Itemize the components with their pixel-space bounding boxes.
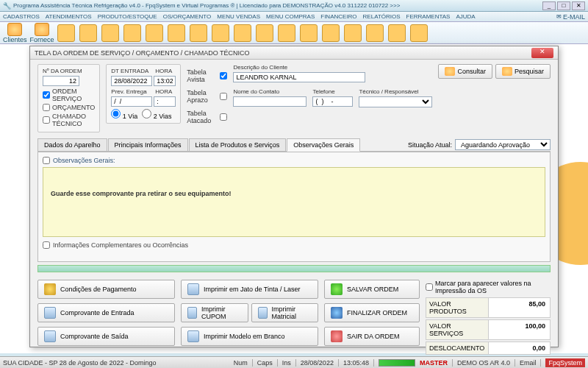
hora-label: HORA: [155, 68, 172, 74]
dialog-title: TELA DA ORDEM DE SERVIÇO / ORÇAMENTO / C…: [35, 49, 531, 57]
menu-cadastros[interactable]: CADASTROS: [3, 13, 40, 20]
order-num-input[interactable]: [43, 76, 79, 86]
btn-cupom[interactable]: Imprimir CUPOM: [181, 303, 248, 322]
tb-fornece[interactable]: Fornece: [30, 23, 54, 43]
dt-entrada-input[interactable]: [111, 76, 152, 86]
prev-label: Prev. Entrega: [111, 88, 152, 95]
btn-matricial[interactable]: Imprimir Matricial: [251, 303, 319, 322]
email-button[interactable]: ✉ E-MAIL: [556, 13, 585, 21]
sb-user: MASTER: [420, 359, 448, 367]
search-icon: [445, 67, 455, 76]
radio-1via[interactable]: [111, 109, 121, 118]
chk-compl[interactable]: [43, 241, 50, 249]
tab-lista[interactable]: Lista de Produtos e Serviços: [189, 138, 287, 151]
tb-clientes[interactable]: Clientes: [3, 23, 27, 43]
consultar-button[interactable]: Consultar: [438, 64, 492, 79]
minimize-button[interactable]: _: [542, 1, 556, 10]
teal-bar: [37, 265, 551, 272]
tb-icon[interactable]: [57, 24, 75, 42]
receipt-icon: [187, 307, 197, 319]
menu-os[interactable]: OS/ORÇAMENTO: [163, 13, 212, 20]
tab-dados[interactable]: Dados do Aparelho: [37, 138, 107, 151]
sb-email[interactable]: Email: [520, 359, 537, 367]
val-serv: 100,00: [489, 320, 550, 339]
blank-icon: [187, 330, 199, 342]
app-icon: 🔧: [3, 2, 10, 10]
tab-info[interactable]: Principais Informações: [108, 138, 188, 151]
tb-icon[interactable]: [212, 24, 229, 42]
tb-icon[interactable]: [366, 24, 384, 42]
menu-atendimentos[interactable]: ATENDIMENTOS: [46, 13, 92, 20]
tb-icon[interactable]: [168, 24, 185, 42]
chk-marcar[interactable]: [426, 283, 433, 291]
menu-produto[interactable]: PRODUTO/ESTOQUE: [98, 13, 157, 20]
tb-icon[interactable]: [123, 24, 141, 42]
chk-aprazo[interactable]: [220, 93, 227, 100]
menu-financeiro[interactable]: FINANCEIRO: [320, 13, 356, 20]
lbl-matricial: Imprimir Matricial: [272, 305, 312, 320]
sb-caps: Caps: [257, 359, 273, 367]
close-button[interactable]: ✕: [572, 1, 585, 10]
situacao-label: Situação Atual:: [408, 141, 452, 149]
lbl-cond: Condições de Pagamento: [60, 286, 137, 293]
pesquisar-label: Pesquisar: [514, 68, 544, 75]
prev-time-input[interactable]: [154, 96, 176, 107]
obs-textarea[interactable]: Guarde esse comprovante pra retirar o se…: [43, 167, 545, 237]
btn-sair[interactable]: SAIR DA ORDEM: [324, 327, 420, 346]
tab-obs[interactable]: Observações Gerais: [287, 138, 360, 152]
tecnico-select[interactable]: [359, 96, 432, 107]
btn-branco[interactable]: Imprimir Modelo em Branco: [181, 327, 318, 346]
order-num-label: Nº DA ORDEM: [43, 68, 95, 74]
tb-icon[interactable]: [101, 24, 119, 42]
tb-icon[interactable]: [278, 24, 295, 42]
toolbar: Clientes Fornece: [0, 22, 588, 44]
radio-2vias[interactable]: [142, 109, 151, 118]
chk-atacado[interactable]: [220, 113, 227, 121]
lbl-avista: Tabela Avista: [187, 68, 218, 83]
tb-icon[interactable]: [79, 24, 97, 42]
lbl-prod: VALOR PRODUTOS: [426, 298, 489, 317]
tb-icon[interactable]: [410, 24, 428, 42]
dialog-close-button[interactable]: ✕: [531, 48, 553, 58]
sb-city: SUA CIDADE - SP 28 de Agosto de 2022 - D…: [3, 359, 156, 367]
chk-orcamento[interactable]: [43, 104, 50, 111]
prev-date-input[interactable]: [111, 96, 152, 107]
chk-chamado[interactable]: [43, 116, 50, 124]
menu-compras[interactable]: MENU COMPRAS: [266, 13, 315, 20]
tel-input[interactable]: [312, 96, 353, 107]
chk-obs[interactable]: [43, 157, 50, 164]
cliente-input[interactable]: [233, 72, 365, 82]
doc-icon: [44, 330, 56, 342]
tb-icon[interactable]: [388, 24, 406, 42]
menu-vendas[interactable]: MENU VENDAS: [217, 13, 260, 20]
situacao-select[interactable]: Aguardando Aprovação: [455, 139, 551, 150]
lbl-1via: 1 Via: [123, 113, 137, 120]
sb-demo: DEMO OS AR 4.0: [457, 359, 510, 367]
maximize-button[interactable]: □: [557, 1, 570, 10]
tb-icon[interactable]: [344, 24, 362, 42]
btn-finalizar[interactable]: FINALIZAR ORDEM: [324, 303, 420, 322]
tb-icon[interactable]: [146, 24, 163, 42]
btn-jato[interactable]: Imprimir em Jato de Tinta / Laser: [181, 280, 318, 299]
app-title: Programa Assistência Técnica Refrigeraçã…: [13, 2, 542, 9]
btn-condicoes[interactable]: Condições de Pagamento: [37, 280, 175, 299]
tb-icon[interactable]: [190, 24, 207, 42]
tb-icon[interactable]: [322, 24, 340, 42]
tecnico-label: Técnico / Responsável: [359, 88, 432, 95]
menu-ferramentas[interactable]: FERRAMENTAS: [406, 13, 451, 20]
desc-cliente-label: Descrição do Cliente: [233, 64, 432, 71]
chk-ordem[interactable]: [43, 91, 50, 99]
tb-icon[interactable]: [300, 24, 318, 42]
tb-icon[interactable]: [234, 24, 251, 42]
lbl-sair: SAIR DA ORDEM: [347, 333, 400, 340]
btn-comp-entrada[interactable]: Comprovante de Entrada: [37, 303, 175, 322]
tb-icon[interactable]: [256, 24, 273, 42]
chk-avista[interactable]: [220, 72, 227, 79]
menu-relatorios[interactable]: RELATÓRIOS: [363, 13, 401, 20]
pesquisar-button[interactable]: Pesquisar: [495, 64, 551, 79]
hora-input[interactable]: [154, 76, 176, 86]
contato-input[interactable]: [233, 96, 306, 107]
btn-salvar[interactable]: SALVAR ORDEM: [324, 280, 420, 299]
menu-ajuda[interactable]: AJUDA: [456, 13, 475, 20]
btn-comp-saida[interactable]: Comprovante de Saída: [37, 327, 175, 346]
